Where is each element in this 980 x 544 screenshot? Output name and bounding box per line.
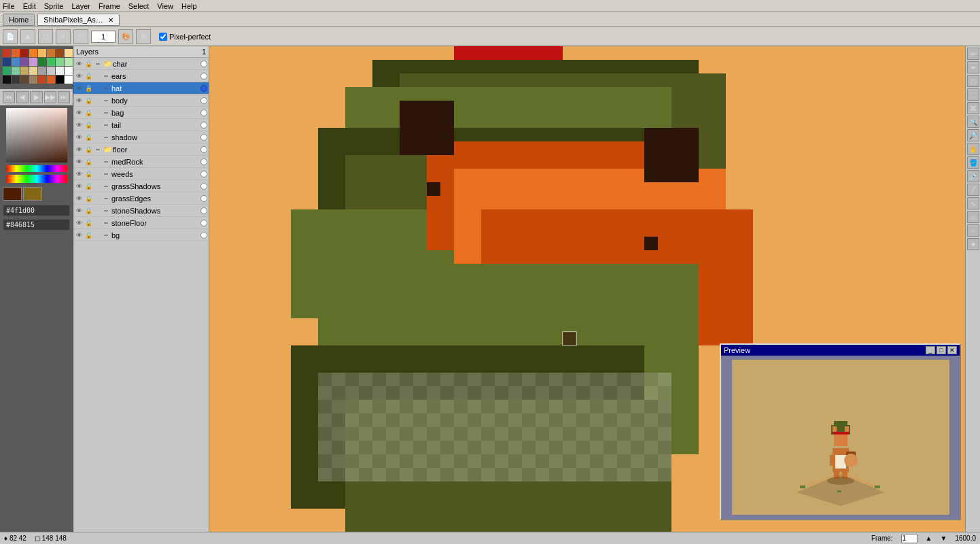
- layer-lock-stoneFloor[interactable]: 🔒: [84, 219, 92, 227]
- color-spectrum[interactable]: [6, 175, 67, 183]
- tool-eraser[interactable]: ◻: [967, 75, 979, 87]
- color-swatch-20[interactable]: [38, 67, 46, 75]
- preview-minimize[interactable]: _: [926, 346, 935, 354]
- anim-first[interactable]: ⏮: [3, 91, 15, 103]
- color-swatch-13[interactable]: [47, 58, 55, 66]
- color-gradient-picker[interactable]: [6, 108, 67, 163]
- layer-item-bag[interactable]: 👁 🔒 •• bag: [73, 107, 209, 119]
- layer-dots-hat[interactable]: ••: [102, 84, 110, 92]
- layer-item-shadow[interactable]: 👁 🔒 •• shadow: [73, 131, 209, 143]
- layer-eye-char[interactable]: 👁: [75, 60, 83, 68]
- layer-eye-hat[interactable]: 👁: [75, 84, 83, 92]
- layer-dots-char[interactable]: ••: [94, 60, 102, 68]
- layer-item-grassEdges[interactable]: 👁 🔒 •• grassEdges: [73, 192, 209, 205]
- layer-eye-ears[interactable]: 👁: [75, 72, 83, 80]
- color-swatch-21[interactable]: [47, 67, 55, 75]
- tab-document[interactable]: ShibaPixels_As… ✕: [37, 14, 120, 26]
- toolbar-grid[interactable]: ⊞: [136, 29, 151, 44]
- layer-dots-tail[interactable]: ••: [102, 121, 110, 129]
- toolbar-new[interactable]: 📄: [3, 29, 18, 44]
- layer-circle-floor[interactable]: [200, 146, 207, 153]
- toolbar-down[interactable]: ◻: [38, 29, 53, 44]
- tool-paint[interactable]: 🪣: [967, 156, 979, 169]
- toolbar-color[interactable]: ◻: [73, 29, 88, 44]
- layer-lock-grassShadows[interactable]: 🔒: [84, 182, 92, 190]
- color-swatch-11[interactable]: [29, 58, 37, 66]
- layer-circle-stoneFloor[interactable]: [200, 220, 207, 226]
- layer-dots-stoneFloor[interactable]: ••: [102, 219, 110, 227]
- layer-circle-hat[interactable]: [200, 85, 207, 92]
- color-swatch-26[interactable]: [20, 75, 29, 84]
- layer-item-weeds[interactable]: 👁 🔒 •• weeds: [73, 168, 209, 180]
- foreground-color[interactable]: [3, 187, 22, 201]
- menu-view[interactable]: View: [157, 2, 173, 10]
- layer-circle-stoneShadows[interactable]: [200, 207, 207, 214]
- layer-lock-floor[interactable]: 🔒: [84, 146, 92, 154]
- layer-circle-bag[interactable]: [200, 109, 207, 116]
- layer-eye-grassEdges[interactable]: 👁: [75, 194, 83, 203]
- layer-dots-body[interactable]: ••: [102, 97, 110, 105]
- layer-circle-ears[interactable]: [200, 73, 207, 80]
- frame-increment[interactable]: ▲: [926, 534, 932, 542]
- color-swatch-28[interactable]: [38, 75, 46, 84]
- layer-lock-body[interactable]: 🔒: [84, 97, 92, 105]
- tool-select-rect[interactable]: ⬚: [967, 88, 979, 101]
- menu-edit[interactable]: Edit: [23, 2, 36, 10]
- layer-dots-floor[interactable]: ••: [94, 146, 102, 154]
- layer-lock-tail[interactable]: 🔒: [84, 121, 92, 129]
- layer-item-floor[interactable]: 👁 🔒 •• 📁 floor: [73, 143, 209, 156]
- color-swatch-22[interactable]: [56, 67, 64, 75]
- layer-eye-floor[interactable]: 👁: [75, 146, 83, 154]
- layer-dots-weeds[interactable]: ••: [102, 170, 110, 178]
- tool-select-lasso[interactable]: ⌘: [967, 102, 979, 114]
- layer-item-tail[interactable]: 👁 🔒 •• tail: [73, 119, 209, 131]
- toolbar-up[interactable]: ▲: [20, 29, 35, 44]
- layer-eye-stoneFloor[interactable]: 👁: [75, 219, 83, 227]
- tool-curve[interactable]: ∿: [967, 197, 979, 209]
- menu-sprite[interactable]: Sprite: [44, 2, 64, 10]
- preview-maximize[interactable]: □: [937, 346, 946, 354]
- layer-item-hat[interactable]: 👁 🔒 •• hat: [73, 82, 209, 95]
- layer-item-medRock[interactable]: 👁 🔒 •• medRock: [73, 156, 209, 168]
- layer-dots-ears[interactable]: ••: [102, 72, 110, 80]
- layer-item-body[interactable]: 👁 🔒 •• body: [73, 95, 209, 107]
- layer-eye-weeds[interactable]: 👁: [75, 170, 83, 178]
- tool-spray[interactable]: ✦: [967, 238, 979, 250]
- color-swatch-25[interactable]: [12, 75, 20, 84]
- layer-circle-char[interactable]: [200, 61, 207, 67]
- hue-slider[interactable]: [6, 165, 67, 172]
- layer-circle-bg[interactable]: [200, 232, 207, 239]
- tool-eyedropper[interactable]: 💉: [967, 170, 979, 182]
- menu-frame[interactable]: Frame: [99, 2, 120, 10]
- toolbar-palette[interactable]: 🎨: [118, 29, 133, 44]
- layer-eye-body[interactable]: 👁: [75, 97, 83, 105]
- tool-zoom-in[interactable]: 🔍: [967, 116, 979, 128]
- color-swatch-4[interactable]: [38, 49, 46, 57]
- anim-prev[interactable]: ◀: [16, 91, 29, 103]
- tool-zoom-out[interactable]: 🔎: [967, 129, 979, 141]
- tool-line[interactable]: ╱: [967, 184, 979, 196]
- layer-dots-medRock[interactable]: ••: [102, 158, 110, 166]
- layer-circle-weeds[interactable]: [200, 171, 207, 177]
- layer-circle-shadow[interactable]: [200, 134, 207, 141]
- layer-item-ears[interactable]: 👁 🔒 •• ears: [73, 70, 209, 82]
- layer-item-bg[interactable]: 👁 🔒 •• bg: [73, 229, 209, 241]
- menu-help[interactable]: Help: [181, 2, 197, 10]
- color-swatch-17[interactable]: [12, 67, 20, 75]
- color-swatch-5[interactable]: [47, 49, 55, 57]
- toolbar-menu[interactable]: ≡: [56, 29, 71, 44]
- color-swatch-9[interactable]: [12, 58, 20, 66]
- zoom-input[interactable]: [91, 31, 116, 43]
- color-swatch-1[interactable]: [12, 49, 20, 57]
- layer-dots-bag[interactable]: ••: [102, 109, 110, 117]
- color-swatch-29[interactable]: [47, 75, 55, 84]
- tab-close-button[interactable]: ✕: [108, 16, 113, 24]
- menu-select[interactable]: Select: [128, 2, 150, 10]
- color-swatch-23[interactable]: [65, 67, 73, 75]
- anim-next[interactable]: ▶▶: [44, 91, 56, 103]
- layer-lock-medRock[interactable]: 🔒: [84, 158, 92, 166]
- layer-circle-grassShadows[interactable]: [200, 183, 207, 190]
- color-swatch-3[interactable]: [29, 49, 37, 57]
- layer-eye-stoneShadows[interactable]: 👁: [75, 207, 83, 215]
- color-swatch-15[interactable]: [65, 58, 73, 66]
